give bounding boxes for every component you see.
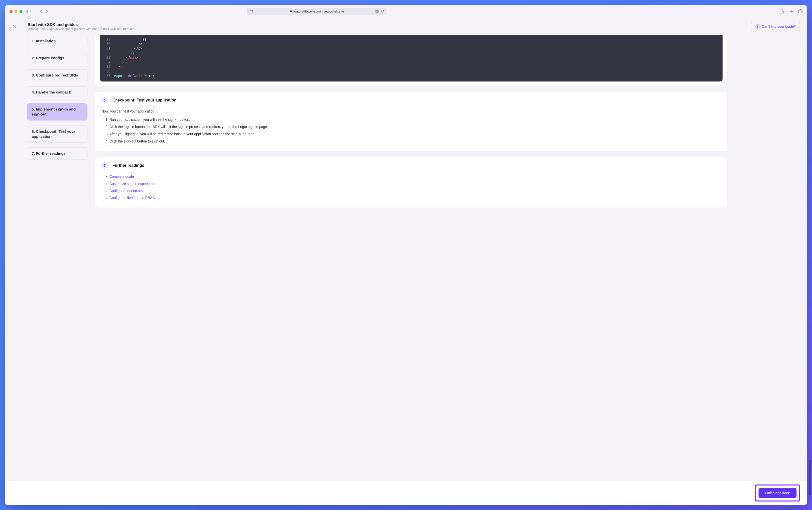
step-7-links: Complete guideCustomize sign-in experien… (101, 174, 721, 200)
list-item: Configure connectors (110, 188, 721, 194)
share-icon[interactable] (780, 9, 784, 14)
close-window-button[interactable] (9, 10, 12, 13)
website-settings-icon[interactable] (249, 9, 253, 13)
nav-item-1[interactable]: 1. Installation (27, 35, 87, 47)
further-reading-link[interactable]: Customize sign-in experience (110, 182, 155, 186)
code-line: 34 ); (100, 60, 723, 64)
step-7-card: 7 Further readings Complete guideCustomi… (95, 157, 727, 207)
svg-rect-4 (290, 11, 292, 12)
minimize-window-button[interactable] (14, 10, 18, 13)
tab-dropdown-icon[interactable]: ⌄ (32, 10, 34, 13)
url-text: logto-sttfbwni-admin.sealoshzh.site (294, 9, 344, 13)
instruction-item: Run your application, you will see the s… (110, 117, 721, 122)
nav-item-4[interactable]: 4. Handle the callback (27, 86, 87, 98)
close-guide-button[interactable]: ✕ (12, 23, 17, 30)
page-title: Start with SDK and guides (28, 23, 746, 27)
nav-item-7[interactable]: 7. Further readings (27, 147, 87, 160)
instruction-item: Click the sign-in button, the SDK will i… (110, 124, 721, 130)
cant-find-guide-button[interactable]: Can't find your guide? (751, 22, 800, 31)
lock-icon (290, 9, 292, 13)
instruction-item: After you signed in, you will be redirec… (110, 131, 721, 137)
maximize-window-button[interactable] (20, 10, 23, 13)
browser-toolbar: ⌄ logto-sttfbwni-admin.sealoshzh.site 🅰 (5, 5, 807, 18)
sidebar-toggle-icon[interactable] (26, 10, 30, 13)
code-line: 29 }} (100, 37, 723, 41)
code-line: 36 (100, 69, 723, 74)
step-6-list: Run your application, you will see the s… (101, 117, 721, 144)
nav-item-6[interactable]: 6. Checkpoint: Test your application (27, 125, 87, 143)
list-item: Configure client to use RBAC (110, 195, 721, 201)
instruction-item: Click the sign-out button to sign out. (110, 139, 721, 144)
code-line: 31 </p> (100, 46, 723, 51)
code-block: 29 }}30 />31 </p>32 )}33 </nav>34 );35 }… (100, 35, 723, 82)
footer-bar: Finish and done (5, 481, 807, 505)
further-reading-link[interactable]: Complete guide (110, 174, 134, 178)
code-line: 32 )} (100, 51, 723, 55)
list-item: Complete guide (110, 174, 721, 179)
nav-item-2[interactable]: 2. Prepare configs (27, 52, 87, 64)
step-6-intro: Now, you can test your application: (101, 109, 721, 114)
traffic-lights (9, 10, 23, 13)
further-reading-link[interactable]: Configure connectors (110, 189, 143, 193)
back-button[interactable] (39, 9, 42, 13)
guide-nav: 1. Installation2. Prepare configs3. Conf… (21, 35, 93, 481)
nav-item-3[interactable]: 3. Configure redirect URIs (27, 69, 87, 81)
code-line: 37export default Home; (100, 74, 723, 78)
code-line: 35 }; (100, 64, 723, 69)
finish-highlight: Finish and done (755, 484, 800, 502)
divider (22, 24, 22, 29)
step-6-title: Checkpoint: Test your application (113, 98, 177, 103)
code-card: 29 }}30 />31 </p>32 )}33 </nav>34 );35 }… (95, 35, 727, 86)
svg-rect-2 (250, 10, 252, 12)
code-line: 30 /> (100, 41, 723, 46)
new-tab-icon[interactable] (789, 9, 793, 14)
list-item: Customize sign-in experience (110, 181, 721, 187)
nav-item-5[interactable]: 5. Implement sign-in and sign-out (27, 103, 87, 120)
translate-icon[interactable]: 🅰 (375, 9, 379, 13)
further-reading-link[interactable]: Configure client to use RBAC (110, 196, 155, 200)
forward-button[interactable] (46, 9, 49, 13)
svg-rect-0 (26, 10, 30, 13)
cant-find-guide-label: Can't find your guide? (762, 25, 796, 28)
svg-rect-7 (799, 10, 801, 13)
address-bar[interactable]: logto-sttfbwni-admin.sealoshzh.site 🅰 (247, 8, 387, 15)
app-header: ✕ Start with SDK and guides Jumpstart yo… (5, 18, 807, 35)
step-badge-6: 6 (101, 97, 108, 104)
page-subtitle: Jumpstart your app development process w… (28, 27, 746, 31)
step-badge-7: 7 (101, 162, 108, 169)
step-6-card: 6 Checkpoint: Test your application Now,… (95, 92, 727, 151)
box-icon (755, 24, 760, 29)
finish-and-done-button[interactable]: Finish and done (758, 488, 796, 498)
code-line: 33 </nav> (100, 55, 723, 60)
tabs-icon[interactable] (798, 9, 803, 14)
reload-icon[interactable] (381, 9, 384, 13)
main-content: 29 }}30 />31 </p>32 )}33 </nav>34 );35 }… (93, 35, 807, 481)
step-7-title: Further readings (113, 163, 144, 168)
